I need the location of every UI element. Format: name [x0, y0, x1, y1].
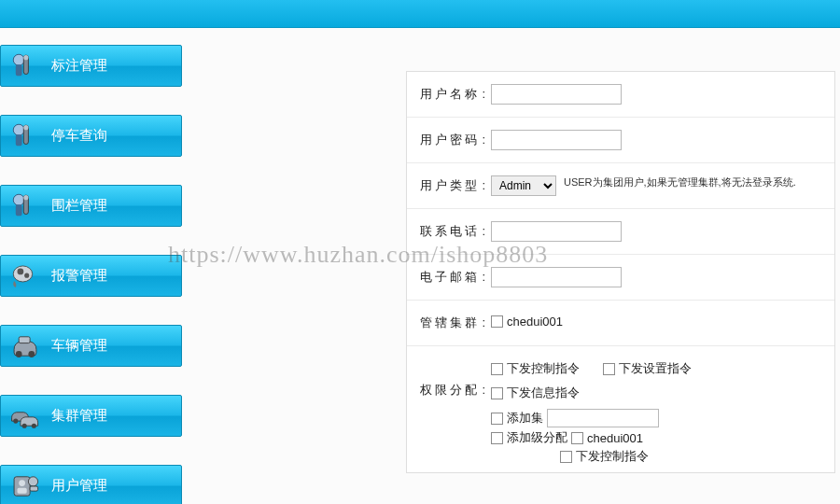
user-form-panel: 用户名称 用户密码 用户类型 Admin USER为集团用户,如果无管理集群,将… [406, 71, 835, 473]
checkbox-perm-set[interactable] [603, 363, 615, 375]
row-email: 电子邮箱 [407, 255, 834, 301]
svg-point-0 [13, 54, 24, 65]
perm-set-label: 下发设置指令 [619, 360, 692, 377]
main-content: 用户名称 用户密码 用户类型 Admin USER为集团用户,如果无管理集群,将… [182, 28, 840, 504]
svg-point-4 [13, 124, 24, 135]
vehicle-icon [8, 329, 42, 363]
row-permissions: 权限分配 下发控制指令 下发设置指令 下发信息指令 添加集 添加级分配 [407, 346, 834, 472]
svg-point-3 [23, 55, 28, 60]
sidebar-item-vehicle[interactable]: 车辆管理 [0, 325, 182, 367]
svg-point-20 [22, 423, 27, 427]
row-managed-cluster: 管辖集群 chedui001 [407, 301, 834, 346]
svg-point-23 [19, 480, 25, 486]
top-bar [0, 0, 840, 28]
checkbox-add-group[interactable] [491, 432, 503, 444]
label-username: 用户名称 [420, 84, 485, 105]
select-usertype[interactable]: Admin [491, 175, 556, 196]
input-add-cluster[interactable] [547, 409, 659, 427]
sidebar-item-label: 集群管理 [51, 407, 107, 425]
checkbox-add-group-option[interactable] [571, 432, 583, 444]
label-usertype: 用户类型 [420, 175, 485, 196]
add-cluster-label: 添加集 [507, 410, 543, 427]
sidebar-item-label: 报警管理 [51, 267, 107, 285]
svg-point-7 [23, 125, 28, 130]
svg-point-14 [24, 273, 29, 277]
add-group-option-label: chedui001 [587, 431, 643, 445]
svg-point-11 [23, 195, 28, 200]
marker-icon [8, 49, 42, 83]
perm-info-label: 下发信息指令 [507, 385, 580, 401]
checkbox-perm-ctrl[interactable] [491, 363, 503, 375]
row-username: 用户名称 [407, 72, 834, 118]
parking-icon [8, 119, 42, 153]
svg-rect-5 [16, 134, 22, 146]
input-password[interactable] [491, 130, 622, 150]
svg-rect-17 [19, 336, 30, 343]
svg-rect-24 [18, 487, 27, 493]
alarm-icon [8, 259, 42, 293]
svg-point-13 [18, 268, 24, 274]
input-email[interactable] [491, 267, 622, 287]
sidebar-item-alarm[interactable]: 报警管理 [0, 255, 182, 297]
row-usertype: 用户类型 Admin USER为集团用户,如果无管理集群,将无法登录系统. [407, 163, 834, 209]
user-mgmt-icon [8, 469, 42, 503]
svg-rect-26 [30, 486, 38, 491]
sidebar-item-label: 停车查询 [51, 127, 107, 145]
svg-point-18 [13, 418, 18, 423]
sidebar: 标注管理 停车查询 围栏管理 报警管理 车辆管理 [0, 28, 182, 504]
svg-point-21 [32, 423, 36, 427]
add-group-label: 添加级分配 [507, 429, 567, 446]
svg-point-16 [28, 351, 35, 357]
sidebar-item-parking[interactable]: 停车查询 [0, 115, 182, 157]
checkbox-add-ctrl[interactable] [560, 451, 572, 463]
svg-rect-9 [16, 204, 22, 216]
svg-point-25 [28, 476, 37, 485]
input-username[interactable] [491, 84, 622, 105]
fence-icon [8, 189, 42, 223]
svg-rect-1 [16, 64, 22, 76]
label-permissions: 权限分配 [420, 381, 485, 399]
sidebar-item-label: 车辆管理 [51, 337, 107, 355]
input-phone[interactable] [491, 221, 622, 242]
label-phone: 联系电话 [420, 221, 485, 242]
svg-point-8 [13, 194, 24, 205]
checkbox-perm-info[interactable] [491, 387, 503, 399]
option-managed-cluster: chedui001 [507, 315, 563, 329]
label-password: 用户密码 [420, 130, 485, 150]
row-phone: 联系电话 [407, 209, 834, 255]
cluster-icon [8, 399, 42, 433]
sidebar-item-label: 围栏管理 [51, 197, 107, 215]
row-password: 用户密码 [407, 118, 834, 163]
label-managed-cluster: 管辖集群 [420, 313, 485, 333]
sidebar-item-cluster[interactable]: 集群管理 [0, 395, 182, 437]
svg-point-12 [13, 265, 32, 281]
sidebar-item-user[interactable]: 用户管理 [0, 465, 182, 504]
checkbox-managed-cluster[interactable] [491, 315, 503, 328]
svg-point-15 [16, 351, 22, 357]
sidebar-item-marker[interactable]: 标注管理 [0, 45, 182, 87]
label-email: 电子邮箱 [420, 267, 485, 287]
hint-usertype: USER为集团用户,如果无管理集群,将无法登录系统. [564, 175, 796, 189]
sidebar-item-label: 标注管理 [51, 57, 107, 75]
perm-ctrl-label: 下发控制指令 [507, 360, 580, 377]
sidebar-item-fence[interactable]: 围栏管理 [0, 185, 182, 227]
add-ctrl-label: 下发控制指令 [576, 448, 649, 465]
checkbox-add-cluster[interactable] [491, 413, 503, 425]
sidebar-item-label: 用户管理 [51, 477, 107, 495]
